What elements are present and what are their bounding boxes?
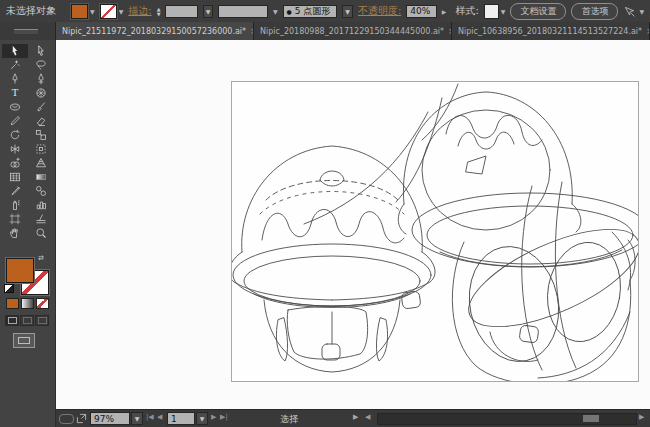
- paintbrush-tool[interactable]: [28, 100, 54, 114]
- type-icon: [9, 87, 21, 99]
- stepper-up-icon[interactable]: ▲: [157, 7, 161, 11]
- direct-selection-tool[interactable]: [28, 44, 54, 58]
- shape-builder-tool[interactable]: [2, 156, 28, 170]
- brush-dropdown-button[interactable]: ▼: [342, 5, 353, 18]
- fill-color-control[interactable]: ▼: [71, 4, 95, 19]
- launch-icon[interactable]: [76, 413, 87, 426]
- fill-color-swatch[interactable]: [71, 4, 88, 19]
- symbol-sprayer-tool[interactable]: [2, 198, 28, 212]
- status-flyout-icon[interactable]: ▶: [353, 413, 358, 421]
- horizontal-scrollbar[interactable]: [377, 413, 637, 425]
- stroke-none-swatch[interactable]: [100, 4, 117, 19]
- opacity-panel-link[interactable]: 不透明度:: [358, 4, 401, 18]
- stroke-color-control[interactable]: ▼: [100, 4, 124, 19]
- slice-tool[interactable]: [28, 212, 54, 226]
- chevron-down-icon[interactable]: ▼: [90, 8, 95, 15]
- gradient-tool[interactable]: [28, 170, 54, 184]
- ellipse-shape-tool[interactable]: [2, 100, 28, 114]
- stroke-weight-stepper[interactable]: ▲ ▼: [157, 7, 161, 16]
- gradient-button[interactable]: [21, 298, 34, 309]
- zoom-dropdown-button[interactable]: ▼: [131, 412, 143, 425]
- eyedropper-tool[interactable]: [2, 184, 28, 198]
- pen-tool[interactable]: [2, 72, 28, 86]
- chevron-down-icon[interactable]: ▼: [501, 8, 506, 15]
- curvature-pen-tool[interactable]: [28, 72, 54, 86]
- eraser-tool[interactable]: [28, 114, 54, 128]
- wheel-tool[interactable]: [28, 86, 54, 100]
- tab-close-icon[interactable]: ×: [646, 26, 650, 36]
- document-tabs: Nipic_21511972_20180329150057236000.ai*×…: [56, 22, 650, 40]
- horizontal-scrollbar-thumb[interactable]: [583, 415, 599, 422]
- hand-tool[interactable]: [2, 226, 28, 240]
- illustrator-window: T 未选择对象 ▼: [0, 0, 650, 427]
- hand-icon: [9, 227, 21, 239]
- next-artboard-button[interactable]: ▶: [211, 413, 216, 421]
- stroke-weight-dropdown-button[interactable]: ▼: [203, 5, 214, 18]
- artboard-tool[interactable]: [2, 212, 28, 226]
- zoom-level-input[interactable]: 97%: [90, 412, 130, 425]
- workspace-switcher[interactable]: ▼: [623, 5, 644, 18]
- artboard-icon: [9, 213, 21, 225]
- ellipse-shape-icon: [9, 101, 21, 113]
- toolbox-collapse-corner[interactable]: [0, 22, 56, 40]
- style-swatch[interactable]: [484, 4, 499, 19]
- brush-definition-dropdown[interactable]: ● 5 点圆形: [283, 5, 338, 18]
- chevron-down-icon[interactable]: ▼: [639, 8, 644, 15]
- fill-proxy-swatch[interactable]: [6, 258, 34, 283]
- previous-artboard-button[interactable]: ◀: [157, 413, 162, 421]
- canvas[interactable]: [56, 40, 650, 410]
- artwork-jingle-bells-outline[interactable]: [232, 82, 638, 381]
- first-artboard-button[interactable]: |◀: [146, 413, 154, 421]
- paintbrush-icon: [35, 101, 47, 113]
- mesh-tool[interactable]: [2, 170, 28, 184]
- perspective-grid-tool[interactable]: [28, 156, 54, 170]
- draw-inside-button[interactable]: [35, 315, 49, 326]
- artboard: [231, 81, 639, 382]
- scale-tiles-tool[interactable]: [28, 128, 54, 142]
- zoom-tool[interactable]: [28, 226, 54, 240]
- stroke-panel-link[interactable]: 描边:: [128, 4, 151, 18]
- width-profile-dropdown[interactable]: [218, 5, 268, 18]
- last-artboard-button[interactable]: ▶|: [220, 413, 228, 421]
- width-tool-tool[interactable]: [2, 142, 28, 156]
- magic-wand-tool[interactable]: [2, 58, 28, 72]
- artboard-dropdown-button[interactable]: ▼: [196, 412, 208, 425]
- chevron-down-icon[interactable]: ▼: [119, 8, 124, 15]
- opacity-input[interactable]: 40%: [406, 5, 437, 18]
- stepper-down-icon[interactable]: ▼: [157, 12, 161, 16]
- screen-mode-button[interactable]: [13, 333, 35, 348]
- document-tab[interactable]: Nipic_10638956_20180321114513527224.ai*×: [452, 22, 650, 40]
- free-transform-tool[interactable]: [28, 142, 54, 156]
- status-pill-icon[interactable]: [59, 414, 74, 424]
- blend-tool[interactable]: [28, 184, 54, 198]
- type-tool[interactable]: [2, 86, 28, 100]
- artboard-number-input[interactable]: 1: [167, 412, 195, 425]
- none-button[interactable]: [36, 298, 49, 309]
- opacity-flyout-icon[interactable]: ▶: [442, 8, 447, 15]
- eraser-icon: [35, 115, 47, 127]
- column-graph-tool[interactable]: [28, 198, 54, 212]
- style-control[interactable]: ▼: [484, 4, 506, 19]
- draw-behind-button[interactable]: [20, 315, 34, 326]
- chevron-down-icon[interactable]: ▼: [273, 8, 278, 15]
- color-button[interactable]: [6, 298, 19, 309]
- stroke-weight-input[interactable]: [165, 5, 197, 18]
- fill-stroke-control[interactable]: ⇄: [6, 258, 50, 298]
- document-setup-button[interactable]: 文档设置: [510, 3, 566, 20]
- swap-fill-stroke-icon[interactable]: ⇄: [38, 254, 44, 262]
- tab-label: Nipic_10638956_20180321114513527224.ai*: [458, 27, 642, 36]
- preferences-button[interactable]: 首选项: [571, 3, 618, 20]
- document-tab[interactable]: Nipic_20180988_20171229150344445000.ai*×: [254, 22, 452, 40]
- pencil-tool[interactable]: [2, 114, 28, 128]
- width-tool-icon: [9, 143, 21, 155]
- lasso-tool[interactable]: [28, 58, 54, 72]
- gradient-icon: [35, 171, 47, 183]
- scroll-right-arrow[interactable]: ▶: [639, 413, 644, 421]
- default-fill-stroke-icon[interactable]: [4, 284, 14, 293]
- free-transform-icon: [35, 143, 47, 155]
- scroll-left-arrow[interactable]: ◀: [365, 413, 370, 421]
- draw-normal-button[interactable]: [5, 315, 19, 326]
- selection-tool[interactable]: [2, 44, 28, 58]
- document-tab[interactable]: Nipic_21511972_20180329150057236000.ai*×: [56, 22, 254, 40]
- rotate-tool[interactable]: [2, 128, 28, 142]
